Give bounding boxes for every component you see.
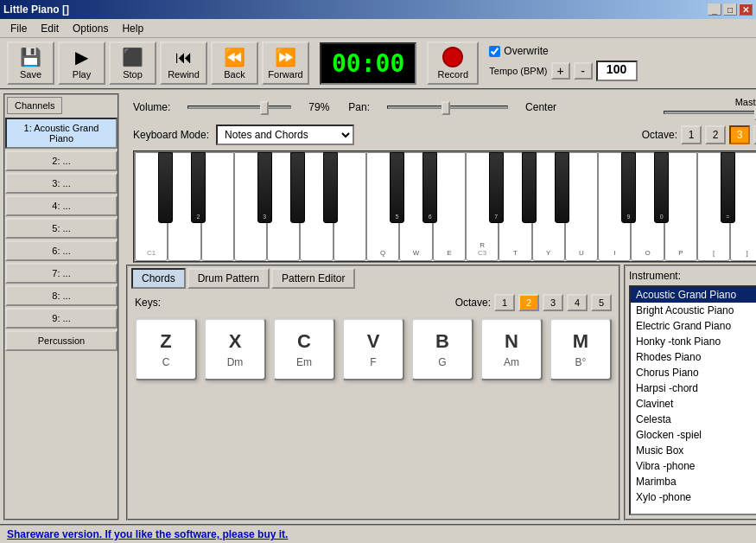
play-button[interactable]: ▶ Play [58, 42, 105, 85]
instrument-item-0[interactable]: Acoustic Grand Piano [631, 287, 756, 303]
forward-button[interactable]: ⏩ Forward [262, 42, 309, 85]
menu-options[interactable]: Options [66, 21, 115, 36]
black-key-3[interactable] [290, 152, 305, 223]
instrument-item-1[interactable]: Bright Acoustic Piano [631, 303, 756, 318]
tab-chords[interactable]: Chords [131, 268, 186, 289]
white-key-6[interactable] [334, 152, 366, 261]
octave-btn-3[interactable]: 3 [729, 125, 750, 144]
channel-btn-4[interactable]: 5: ... [5, 218, 118, 239]
chord-octave-4[interactable]: 4 [567, 294, 588, 311]
chords-keys-row: Keys: Octave: 1 2 3 4 5 [135, 294, 612, 311]
octave-row: Octave: 12345 [642, 125, 756, 144]
chord-octave-1[interactable]: 1 [494, 294, 515, 311]
master-volume-label: Master Volume [735, 97, 756, 107]
channel-btn-8[interactable]: 9: ... [5, 308, 118, 329]
chord-key-X[interactable]: XDm [204, 318, 266, 380]
channel-btn-5[interactable]: 6: ... [5, 240, 118, 261]
chord-key-B[interactable]: BG [411, 318, 473, 380]
chord-key-C[interactable]: CEm [273, 318, 335, 380]
instrument-item-13[interactable]: Xylo -phone [631, 489, 756, 505]
tempo-value[interactable]: 100 [596, 61, 638, 81]
instrument-item-9[interactable]: Glocken -spiel [631, 427, 756, 443]
record-button[interactable]: Record [427, 42, 479, 85]
black-key-6[interactable]: 6 [422, 152, 437, 223]
keyboard-mode-select[interactable]: Notes and Chords Notes Only Chords Only [216, 125, 354, 145]
black-key-11[interactable]: 0 [654, 152, 669, 223]
chord-key-M[interactable]: MB° [550, 318, 612, 380]
black-key-2[interactable]: 3 [257, 152, 272, 223]
chord-octave-5[interactable]: 5 [591, 294, 612, 311]
chord-key-V[interactable]: VF [342, 318, 404, 380]
menu-edit[interactable]: Edit [34, 21, 66, 36]
instrument-list[interactable]: Acoustic Grand PianoBright Acoustic Pian… [629, 285, 756, 515]
keys-label: Keys: [135, 297, 161, 309]
status-text[interactable]: Shareware version. If you like the softw… [7, 528, 288, 540]
channel-btn-1[interactable]: 2: ... [5, 150, 118, 171]
channel-btn-9[interactable]: Percussion [5, 330, 118, 351]
channel-btn-7[interactable]: 8: ... [5, 285, 118, 306]
menu-file[interactable]: File [3, 21, 34, 36]
black-key-8[interactable] [522, 152, 537, 223]
master-volume-slider[interactable] [664, 111, 756, 114]
volume-slider[interactable] [187, 105, 291, 109]
instrument-item-5[interactable]: Chorus Piano [631, 365, 756, 380]
black-key-5[interactable]: 5 [390, 152, 404, 223]
chord-octave-label: Octave: [455, 297, 491, 309]
black-key-7[interactable]: 7 [489, 152, 504, 223]
tempo-row: Tempo (BPM) + - 100 [489, 61, 637, 81]
stop-label: Stop [123, 69, 143, 80]
white-key-13[interactable]: U [565, 152, 598, 261]
channel-btn-0[interactable]: 1: Acoustic Grand Piano [5, 118, 118, 149]
menu-help[interactable]: Help [115, 21, 150, 36]
main-area: Channels 1: Acoustic Grand Piano2: ...3:… [0, 90, 756, 524]
channel-btn-6[interactable]: 7: ... [5, 263, 118, 284]
pan-thumb[interactable] [442, 101, 450, 115]
black-key-0[interactable] [158, 152, 173, 223]
forward-label: Forward [268, 69, 302, 80]
minimize-button[interactable]: _ [708, 3, 721, 16]
instrument-item-11[interactable]: Vibra -phone [631, 458, 756, 474]
pan-slider[interactable] [387, 105, 508, 109]
overwrite-checkbox[interactable] [489, 46, 500, 57]
black-key-12[interactable]: = [721, 152, 735, 223]
tempo-minus-button[interactable]: - [574, 62, 593, 80]
tab-pattern-editor[interactable]: Pattern Editor [271, 268, 355, 289]
white-key-2[interactable] [201, 152, 234, 261]
rewind-button[interactable]: ⏮ Rewind [160, 42, 207, 85]
channels-list: 1: Acoustic Grand Piano2: ...3: ...4: ..… [5, 118, 118, 351]
chord-octave-3[interactable]: 3 [543, 294, 563, 311]
octave-btn-1[interactable]: 1 [681, 125, 702, 144]
instrument-item-6[interactable]: Harpsi -chord [631, 380, 756, 396]
instrument-item-10[interactable]: Music Box [631, 443, 756, 458]
close-button[interactable]: ✕ [739, 3, 753, 16]
octave-btn-2[interactable]: 2 [705, 125, 726, 144]
black-key-4[interactable] [323, 152, 338, 223]
instrument-item-12[interactable]: Marimba [631, 474, 756, 489]
black-key-10[interactable]: 9 [621, 152, 636, 223]
pan-label: Pan: [348, 101, 370, 113]
instrument-item-2[interactable]: Electric Grand Piano [631, 318, 756, 334]
volume-thumb[interactable] [260, 101, 269, 115]
black-key-9[interactable] [555, 152, 569, 223]
instrument-item-7[interactable]: Clavinet [631, 396, 756, 412]
channels-tab[interactable]: Channels [7, 97, 62, 114]
channel-btn-3[interactable]: 4: ... [5, 195, 118, 216]
tempo-label: Tempo (BPM) [489, 66, 547, 76]
white-key-16[interactable]: P [664, 152, 697, 261]
instrument-item-3[interactable]: Honky -tonk Piano [631, 334, 756, 349]
stop-button[interactable]: ⬛ Stop [109, 42, 156, 85]
white-key-9[interactable]: E [433, 152, 466, 261]
instrument-item-4[interactable]: Rhodes Piano [631, 349, 756, 365]
save-button[interactable]: 💾 Save [7, 42, 54, 85]
black-key-1[interactable]: 2 [191, 152, 206, 223]
chord-key-Z[interactable]: ZC [135, 318, 197, 380]
chord-key-N[interactable]: NAm [480, 318, 543, 380]
tab-drum-pattern[interactable]: Drum Pattern [187, 268, 270, 289]
back-button[interactable]: ⏪ Back [211, 42, 258, 85]
maximize-button[interactable]: □ [723, 3, 737, 16]
instrument-item-8[interactable]: Celesta [631, 412, 756, 427]
chord-octave-2[interactable]: 2 [518, 294, 539, 311]
tempo-plus-button[interactable]: + [551, 62, 570, 80]
channel-btn-2[interactable]: 3: ... [5, 173, 118, 194]
vol-pan-row: Volume: 79% Pan: Center Master Volume [126, 93, 756, 121]
